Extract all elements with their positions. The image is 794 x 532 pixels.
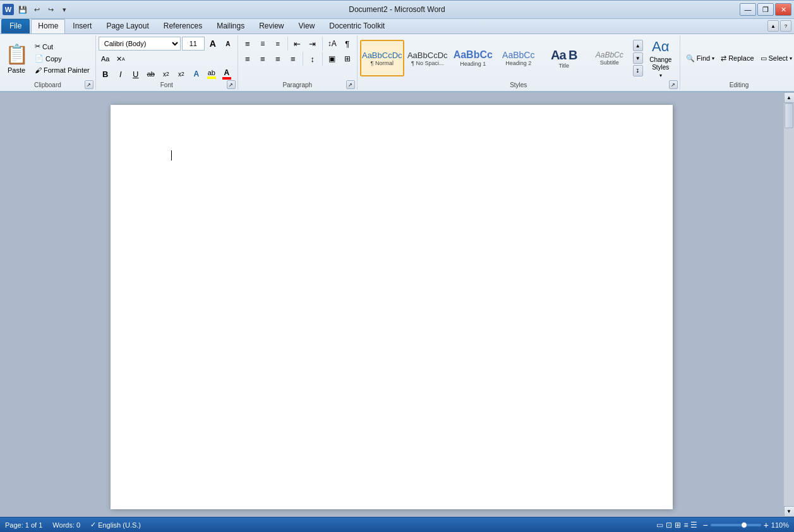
page-info[interactable]: Page: 1 of 1 — [5, 521, 42, 529]
scroll-thumb[interactable] — [785, 103, 793, 128]
paragraph-expand-button[interactable]: ↗ — [346, 80, 355, 89]
tab-mailings[interactable]: Mailings — [210, 19, 251, 33]
scroll-down-button[interactable]: ▼ — [784, 506, 795, 517]
draft-icon[interactable]: ☰ — [690, 521, 697, 529]
title-bar: W 💾 ↩ ↪ ▾ Document2 - Microsoft Word — ❐… — [0, 0, 794, 19]
change-styles-button[interactable]: Aα ChangeStyles ▾ — [644, 40, 677, 76]
tab-docentric[interactable]: Docentric Toolkit — [322, 19, 392, 33]
tab-references[interactable]: References — [157, 19, 209, 33]
word-icon: W — [3, 4, 14, 15]
clipboard-content: 📋 Paste ✂ Cut 📄 Copy 🖌 Format Painter — [3, 37, 93, 88]
zoom-slider[interactable] — [711, 524, 761, 526]
font-shrink-button[interactable]: A — [221, 37, 235, 51]
paragraph-group-label: Paragraph — [238, 82, 357, 88]
numbering-button[interactable]: ≡ — [256, 37, 270, 51]
styles-scroll-up-button[interactable]: ▲ — [633, 40, 643, 51]
ribbon-help-button[interactable]: ? — [780, 20, 791, 32]
format-painter-label: Format Painter — [44, 66, 90, 74]
style-heading1[interactable]: AaBbCc Heading 1 — [451, 40, 495, 76]
line-spacing-button[interactable]: ↕ — [306, 52, 320, 66]
change-case-button[interactable]: Aa — [99, 52, 112, 66]
replace-button[interactable]: ⇄ Replace — [718, 53, 757, 64]
copy-button[interactable]: 📄 Copy — [32, 53, 93, 64]
tab-review[interactable]: Review — [252, 19, 291, 33]
align-right-button[interactable]: ≡ — [271, 52, 285, 66]
font-grow-button[interactable]: A — [206, 37, 220, 51]
change-styles-label: ChangeStyles — [649, 56, 671, 71]
align-left-button[interactable]: ≡ — [241, 52, 255, 66]
clipboard-expand-button[interactable]: ↗ — [85, 80, 93, 89]
style-no-spacing-preview: AaBbCcDc — [407, 51, 448, 60]
align-center-button[interactable]: ≡ — [256, 52, 270, 66]
tab-home[interactable]: Home — [31, 19, 65, 33]
ribbon-tabs: File Home Insert Page Layout References … — [0, 19, 794, 34]
decrease-indent-button[interactable]: ⇤ — [291, 37, 304, 51]
font-expand-button[interactable]: ↗ — [227, 80, 236, 89]
font-name-select[interactable]: Calibri (Body) — [99, 37, 181, 51]
scroll-up-button[interactable]: ▲ — [784, 92, 795, 103]
underline-button[interactable]: U — [129, 67, 143, 81]
justify-button[interactable]: ≡ — [286, 52, 300, 66]
italic-button[interactable]: I — [114, 67, 128, 81]
font-color-button[interactable]: A — [220, 67, 234, 81]
zoom-level[interactable]: 110% — [771, 521, 789, 529]
superscript-button[interactable]: x2 — [174, 67, 188, 81]
show-marks-button[interactable]: ¶ — [340, 37, 354, 51]
bullets-button[interactable]: ≡ — [241, 37, 255, 51]
styles-group-label: Styles — [358, 82, 680, 88]
vertical-scrollbar[interactable]: ▲ ▼ — [783, 92, 794, 517]
zoom-out-button[interactable]: − — [702, 521, 707, 529]
strikethrough-button[interactable]: ab — [144, 67, 158, 81]
style-normal[interactable]: AaBbCcDc ¶ Normal — [360, 40, 404, 76]
bold-button[interactable]: B — [99, 67, 112, 81]
styles-scroll-down-button[interactable]: ▼ — [633, 52, 643, 64]
paste-button[interactable]: 📋 Paste — [3, 39, 30, 77]
close-button[interactable]: ✕ — [775, 3, 791, 16]
style-no-spacing[interactable]: AaBbCcDc ¶ No Spaci... — [406, 40, 450, 76]
full-screen-icon[interactable]: ⊡ — [666, 521, 672, 529]
shading-button[interactable]: ▣ — [325, 52, 339, 66]
scroll-track[interactable] — [784, 103, 794, 506]
highlight-button[interactable]: ab — [205, 67, 219, 81]
clear-formatting-button[interactable]: ✕A — [114, 52, 128, 66]
minimize-button[interactable]: — — [740, 3, 756, 16]
restore-button[interactable]: ❐ — [757, 3, 774, 16]
sort-button[interactable]: ↕A — [325, 37, 339, 51]
style-title[interactable]: Aa B Title — [542, 40, 586, 76]
tab-view[interactable]: View — [292, 19, 322, 33]
redo-button[interactable]: ↪ — [44, 3, 57, 16]
outline-icon[interactable]: ≡ — [683, 521, 688, 529]
tab-file[interactable]: File — [1, 19, 30, 33]
tab-page-layout[interactable]: Page Layout — [99, 19, 155, 33]
select-button[interactable]: ▭ Select ▾ — [757, 53, 794, 64]
cut-button[interactable]: ✂ Cut — [32, 41, 93, 52]
tab-insert[interactable]: Insert — [66, 19, 99, 33]
styles-expand-group-button[interactable]: ↗ — [669, 80, 678, 89]
save-button[interactable]: 💾 — [16, 3, 29, 16]
web-layout-icon[interactable]: ⊞ — [675, 521, 681, 529]
style-subtitle[interactable]: AaBbCc Subtitle — [587, 40, 632, 76]
style-heading2[interactable]: AaBbCc Heading 2 — [496, 40, 541, 76]
document-scroll-area[interactable] — [0, 92, 783, 517]
language-indicator[interactable]: ✓ English (U.S.) — [90, 521, 141, 529]
styles-expand-button[interactable]: ↧ — [633, 65, 643, 76]
ribbon-minimize-button[interactable]: ▲ — [767, 20, 779, 32]
customize-quick-access-button[interactable]: ▾ — [58, 3, 71, 16]
zoom-handle[interactable] — [741, 522, 747, 528]
subscript-button[interactable]: x2 — [159, 67, 173, 81]
words-info[interactable]: Words: 0 — [52, 521, 80, 529]
print-layout-icon[interactable]: ▭ — [656, 521, 663, 529]
undo-button[interactable]: ↩ — [30, 3, 43, 16]
zoom-in-button[interactable]: + — [764, 521, 769, 529]
multilevel-list-button[interactable]: ≡ — [271, 37, 285, 51]
font-size-input[interactable] — [182, 37, 205, 51]
document-page[interactable] — [111, 105, 673, 509]
find-button[interactable]: 🔍 Find ▾ — [683, 53, 718, 64]
style-subtitle-label: Subtitle — [600, 59, 619, 66]
text-effects-button[interactable]: A — [189, 67, 203, 81]
borders-button[interactable]: ⊞ — [340, 52, 354, 66]
find-label: Find — [697, 54, 710, 62]
format-painter-button[interactable]: 🖌 Format Painter — [32, 65, 93, 75]
increase-indent-button[interactable]: ⇥ — [306, 37, 320, 51]
highlight-icon: ab — [208, 69, 215, 76]
